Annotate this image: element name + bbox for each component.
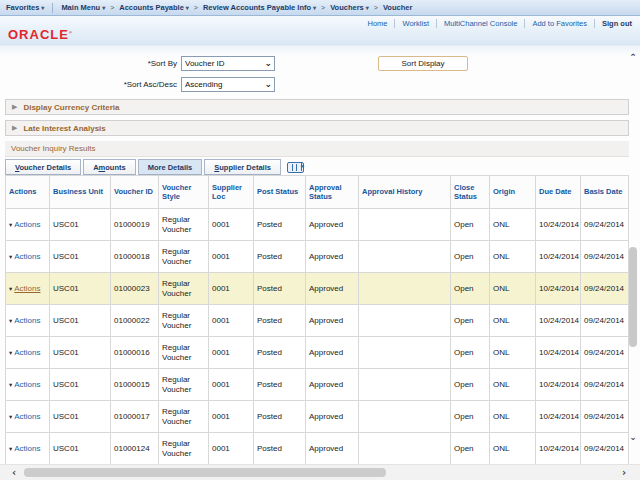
approval-history-cell	[359, 305, 451, 337]
tab-amounts[interactable]: Amounts	[83, 159, 136, 175]
section-late-interest-analysis[interactable]: ▶ Late Interest Analysis	[5, 120, 629, 136]
supplier-loc-cell: 0001	[209, 337, 254, 369]
actions-dropdown-icon: ▾	[9, 221, 12, 228]
worklist-link[interactable]: Worklist	[402, 19, 429, 28]
post-status-cell: Posted	[254, 433, 306, 465]
post-status-cell: Posted	[254, 369, 306, 401]
actions-link[interactable]: Actions	[14, 252, 40, 261]
tab-more-details[interactable]: More Details	[138, 159, 203, 175]
chevron-down-icon: ⌄	[264, 57, 272, 70]
voucher-style-cell: Regular Voucher	[159, 433, 209, 465]
registered-mark: ®	[69, 30, 73, 35]
breadcrumb-main-menu-label: Main Menu	[61, 3, 100, 12]
voucher-style-cell: Regular Voucher	[159, 273, 209, 305]
horizontal-scrollbar-thumb[interactable]	[24, 468, 386, 477]
show-all-columns-icon[interactable]: ▸	[287, 162, 304, 173]
breadcrumb-favorites-label: Favorites	[6, 3, 39, 12]
origin-cell: ONL	[490, 369, 536, 401]
collapsed-arrow-icon: ▶	[12, 104, 17, 111]
breadcrumb-vouchers[interactable]: Vouchers ▾	[330, 3, 369, 12]
table-row: ▾Actions USC01 01000018 Regular Voucher …	[6, 241, 629, 273]
breadcrumb-vouchers-label: Vouchers	[330, 3, 364, 12]
close-status-cell: Open	[451, 433, 490, 465]
chevron-down-icon: ▾	[41, 5, 44, 11]
scroll-up-icon[interactable]: ⌃	[627, 52, 639, 62]
actions-link[interactable]: Actions	[14, 220, 40, 229]
horizontal-scrollbar[interactable]: ‹ ›	[0, 464, 640, 480]
col-approval-status: Approval Status	[306, 176, 359, 209]
supplier-loc-cell: 0001	[209, 401, 254, 433]
origin-cell: ONL	[490, 433, 536, 465]
add-to-favorites-link[interactable]: Add to Favorites	[532, 19, 587, 28]
breadcrumb-review-ap-info-label: Review Accounts Payable Info	[203, 3, 311, 12]
actions-dropdown-icon: ▾	[9, 381, 12, 388]
page-content: *Sort By Voucher ID ⌄ Sort Display *Sort…	[0, 46, 640, 480]
approval-status-cell: Approved	[306, 369, 359, 401]
scroll-down-icon[interactable]: ⌄	[627, 432, 639, 442]
breadcrumb-voucher[interactable]: Voucher	[383, 3, 412, 12]
origin-cell: ONL	[490, 209, 536, 241]
approval-history-cell	[359, 273, 451, 305]
actions-link[interactable]: Actions	[14, 380, 40, 389]
approval-history-cell	[359, 401, 451, 433]
table-header-row: Actions Business Unit Voucher ID Voucher…	[6, 176, 629, 209]
voucher-style-cell: Regular Voucher	[159, 369, 209, 401]
breadcrumb-main-menu[interactable]: Main Menu ▾	[61, 3, 105, 12]
voucher-style-cell: Regular Voucher	[159, 305, 209, 337]
sort-display-button[interactable]: Sort Display	[378, 56, 468, 71]
tab-voucher-details[interactable]: Voucher Details	[5, 159, 81, 175]
post-status-cell: Posted	[254, 401, 306, 433]
tab-label: ounts	[105, 163, 125, 172]
breadcrumb: Favorites ▾ Main Menu ▾ > Accounts Payab…	[0, 0, 640, 16]
sort-asc-desc-select[interactable]: Ascending ⌄	[181, 77, 275, 92]
supplier-loc-cell: 0001	[209, 273, 254, 305]
basis-date-cell: 09/24/2014	[581, 209, 629, 241]
approval-history-cell	[359, 433, 451, 465]
table-row: ▾Actions USC01 01000022 Regular Voucher …	[6, 305, 629, 337]
business-unit-cell: USC01	[50, 369, 111, 401]
sort-by-select[interactable]: Voucher ID ⌄	[181, 56, 275, 71]
chevron-down-icon: ▾	[102, 5, 105, 11]
actions-cell: ▾Actions	[6, 305, 50, 337]
table-row: ▾Actions USC01 01000015 Regular Voucher …	[6, 369, 629, 401]
actions-link[interactable]: Actions	[14, 284, 40, 293]
sort-asc-desc-row: *Sort Asc/Desc Ascending ⌄	[0, 77, 275, 92]
actions-link[interactable]: Actions	[14, 316, 40, 325]
business-unit-cell: USC01	[50, 273, 111, 305]
home-link[interactable]: Home	[367, 19, 387, 28]
sign-out-link[interactable]: Sign out	[602, 19, 632, 28]
close-status-cell: Open	[451, 273, 490, 305]
close-status-cell: Open	[451, 241, 490, 273]
col-due-date: Due Date	[536, 176, 581, 209]
breadcrumb-review-ap-info[interactable]: Review Accounts Payable Info ▾	[203, 3, 316, 12]
breadcrumb-separator: >	[374, 4, 378, 11]
actions-cell: ▾Actions	[6, 273, 50, 305]
scroll-left-icon[interactable]: ‹	[12, 467, 16, 478]
breadcrumb-accounts-payable-label: Accounts Payable	[119, 3, 184, 12]
voucher-style-cell: Regular Voucher	[159, 401, 209, 433]
approval-history-cell	[359, 241, 451, 273]
tab-supplier-details[interactable]: Supplier Details	[204, 159, 281, 175]
basis-date-cell: 09/24/2014	[581, 433, 629, 465]
application-window: Favorites ▾ Main Menu ▾ > Accounts Payab…	[0, 0, 640, 480]
actions-cell: ▾Actions	[6, 433, 50, 465]
col-actions: Actions	[6, 176, 50, 209]
actions-dropdown-icon: ▾	[9, 349, 12, 356]
actions-link[interactable]: Actions	[14, 412, 40, 421]
section-display-currency-criteria[interactable]: ▶ Display Currency Criteria	[5, 99, 629, 115]
utility-divider	[524, 19, 525, 28]
scroll-right-icon[interactable]: ›	[622, 467, 626, 478]
supplier-loc-cell: 0001	[209, 433, 254, 465]
vertical-scrollbar-thumb[interactable]	[629, 247, 637, 347]
approval-history-cell	[359, 337, 451, 369]
supplier-loc-cell: 0001	[209, 241, 254, 273]
multichannel-console-link[interactable]: MultiChannel Console	[444, 19, 517, 28]
vertical-scrollbar[interactable]: ⌃ ⌄	[627, 50, 639, 442]
due-date-cell: 10/24/2014	[536, 337, 581, 369]
breadcrumb-accounts-payable[interactable]: Accounts Payable ▾	[119, 3, 189, 12]
voucher-id-cell: 01000016	[111, 337, 159, 369]
actions-link[interactable]: Actions	[14, 348, 40, 357]
breadcrumb-favorites[interactable]: Favorites ▾	[6, 3, 44, 12]
close-status-cell: Open	[451, 209, 490, 241]
actions-link[interactable]: Actions	[14, 444, 40, 453]
